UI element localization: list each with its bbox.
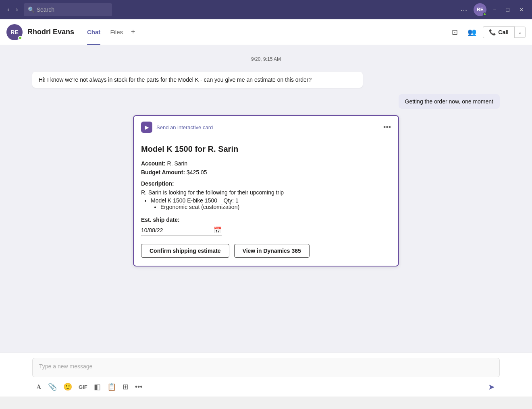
view-dynamics-button[interactable]: View in Dynamics 365 [234, 244, 310, 258]
dynamics-app-icon: ▶ [141, 122, 152, 133]
phone-icon: 📞 [489, 29, 496, 35]
search-input[interactable] [24, 3, 112, 16]
forward-button[interactable]: › [13, 4, 20, 15]
more-toolbar-button[interactable]: ••• [133, 381, 145, 393]
message-toolbar: 𝐀 📎 🙂 GIF ◧ 📋 ⊞ ••• ➤ [32, 380, 500, 393]
more-options-button[interactable]: ··· [457, 4, 471, 16]
est-ship-label: Est. ship date: [141, 217, 391, 223]
card-header: ▶ Send an interactive card ••• [134, 116, 398, 137]
online-status-indicator [483, 12, 486, 16]
header-bar: RE Rhodri Evans Chat Files + ⊡ 👥 📞 Call … [0, 19, 532, 45]
account-label: Account: [141, 160, 166, 167]
close-button[interactable]: ✕ [516, 5, 527, 14]
calendar-icon[interactable]: 📅 [214, 226, 222, 234]
apps-button[interactable]: ⊞ [120, 381, 131, 393]
user-avatar[interactable]: RE [474, 3, 486, 16]
titlebar: ‹ › 🔍 ··· RE − □ ✕ [0, 0, 532, 19]
message-timestamp: 9/20, 9:15 AM [0, 56, 532, 62]
emoji-button[interactable]: 🙂 [61, 381, 75, 393]
interactive-card: ▶ Send an interactive card ••• Model K 1… [133, 115, 399, 266]
chat-area: 9/20, 9:15 AM Hi! I know we're not alway… [0, 45, 532, 353]
card-header-left: ▶ Send an interactive card [141, 122, 213, 133]
back-button[interactable]: ‹ [5, 4, 12, 15]
tab-files[interactable]: Files [105, 19, 128, 45]
contact-initials: RE [10, 29, 18, 35]
add-tab-button[interactable]: + [128, 19, 139, 45]
card-item-list: Model K 1500 E-bike 1500 – Qty: 1 Ergono… [141, 197, 391, 210]
list-subitem: Ergonomic seat (customization) [160, 204, 391, 210]
gif-button[interactable]: GIF [76, 382, 90, 392]
message-placeholder: Type a new message [39, 363, 92, 370]
message-input-area: Type a new message 𝐀 📎 🙂 GIF ◧ 📋 ⊞ ••• ➤ [0, 353, 532, 397]
sticker-button[interactable]: ◧ [91, 381, 103, 393]
search-wrapper: 🔍 [24, 3, 112, 16]
confirm-shipping-button[interactable]: Confirm shipping estimate [141, 244, 229, 258]
card-action-buttons: Confirm shipping estimate View in Dynami… [141, 244, 391, 258]
message-input-box[interactable]: Type a new message [32, 358, 500, 377]
header-tabs: Chat Files + [82, 19, 139, 45]
card-subitem-list: Ergonomic seat (customization) [151, 204, 391, 210]
format-button[interactable]: 𝐀 [34, 381, 44, 393]
contact-avatar: RE [6, 24, 23, 40]
call-button[interactable]: 📞 Call [483, 26, 515, 38]
incoming-message: Hi! I know we're not always in stock for… [32, 72, 363, 88]
description-text: R. Sarin is looking for the following fo… [141, 189, 391, 196]
date-input-wrapper: 📅 [141, 226, 222, 236]
ship-date-input[interactable] [141, 227, 214, 233]
nav-buttons: ‹ › [5, 4, 21, 15]
card-more-options[interactable]: ••• [383, 123, 391, 132]
contact-status-indicator [18, 36, 22, 40]
outgoing-message: Getting the order now, one moment [399, 94, 500, 109]
card-wrapper: ▶ Send an interactive card ••• Model K 1… [32, 115, 500, 266]
send-button[interactable]: ➤ [485, 380, 498, 393]
description-label: Description: [141, 180, 391, 187]
card-title: Model K 1500 for R. Sarin [141, 145, 391, 154]
maximize-button[interactable]: □ [503, 5, 513, 14]
account-value: R. Sarin [167, 160, 188, 167]
outgoing-message-wrap: Getting the order now, one moment [0, 94, 532, 109]
attach-button[interactable]: 📎 [46, 381, 59, 393]
call-button-group: 📞 Call ⌄ [483, 26, 526, 38]
list-item: Model K 1500 E-bike 1500 – Qty: 1 Ergono… [151, 197, 391, 210]
call-chevron-button[interactable]: ⌄ [515, 27, 526, 38]
budget-label: Budget Amount: [141, 169, 185, 176]
header-actions: ⊡ 👥 📞 Call ⌄ [449, 25, 526, 39]
budget-value: $425.05 [187, 169, 207, 176]
minimize-button[interactable]: − [490, 5, 499, 14]
card-body: Model K 1500 for R. Sarin Account: R. Sa… [134, 137, 398, 266]
card-header-label: Send an interactive card [156, 124, 213, 130]
contact-name: Rhodri Evans [27, 28, 74, 36]
tab-chat[interactable]: Chat [82, 19, 105, 45]
add-people-icon[interactable]: 👥 [464, 25, 480, 39]
card-budget: Budget Amount: $425.05 [141, 169, 391, 176]
video-call-icon[interactable]: ⊡ [449, 25, 461, 39]
card-account: Account: R. Sarin [141, 160, 391, 167]
schedule-button[interactable]: 📋 [105, 381, 118, 393]
